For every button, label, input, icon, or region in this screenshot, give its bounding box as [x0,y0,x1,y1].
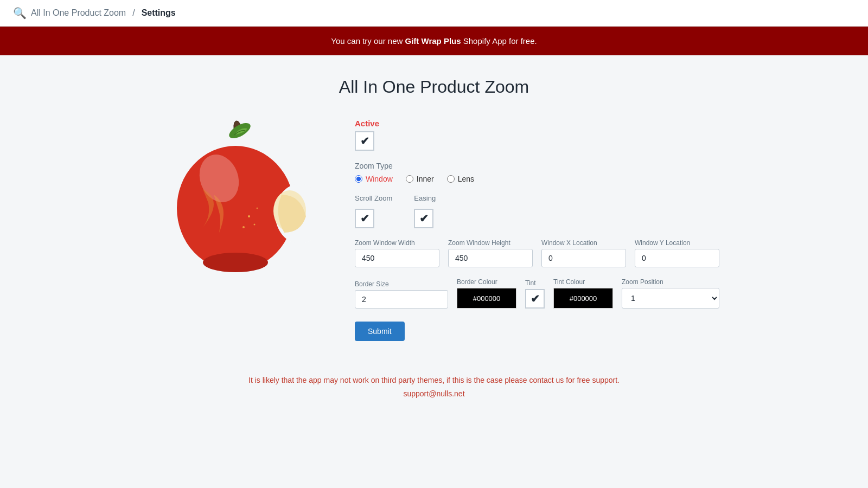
footer-notice-text: It is likely that the app may not work o… [149,374,719,387]
header: 🔍 All In One Product Zoom / Settings [0,0,868,27]
zoom-type-label: Zoom Type [355,162,719,170]
banner-bold: Gift Wrap Plus [405,36,461,46]
border-size-label: Border Size [355,280,448,288]
easing-checkbox[interactable]: ✔ [414,209,433,228]
product-image [149,119,322,281]
border-colour-picker[interactable]: #000000 [457,288,516,309]
zoom-type-section: Zoom Type Window Inner Lens [355,162,719,183]
zoom-type-inner-radio[interactable] [406,175,413,183]
banner-text: You can try our new Gift Wrap Plus Shopi… [331,36,537,46]
zoom-type-lens-label: Lens [458,175,474,183]
tint-colour-group: Tint Colour #000000 [553,278,613,309]
footer-email: support@nulls.net [149,387,719,401]
breadcrumb-separator: / [132,8,135,18]
border-colour-value: #000000 [473,294,501,303]
window-y-input[interactable] [635,249,719,267]
zoom-type-lens-radio[interactable] [447,175,455,183]
zoom-type-inner[interactable]: Inner [406,175,434,183]
scroll-zoom-checkbox[interactable]: ✔ [355,209,374,228]
form-area: Active ✔ Zoom Type Window Inner [149,119,719,341]
main-content: All In One Product Zoom [136,55,732,422]
tint-colour-value: #000000 [570,294,597,303]
active-checkbox[interactable]: ✔ [355,131,374,151]
tint-group: Tint ✔ [525,279,545,309]
easing-checkmark: ✔ [419,212,429,225]
header-page: Settings [142,8,176,18]
window-x-group: Window X Location [541,239,626,267]
scroll-zoom-checkmark: ✔ [360,212,369,225]
window-x-label: Window X Location [541,239,626,247]
zoom-position-label: Zoom Position [622,278,719,286]
border-size-input[interactable] [355,290,448,309]
zoom-position-select[interactable]: 1 2 3 4 [622,288,719,309]
zoom-window-height-input[interactable] [448,249,533,267]
active-section: Active ✔ [355,119,719,151]
bottom-settings-row: Border Size Border Colour #000000 Tint ✔ [355,278,719,309]
zoom-window-height-label: Zoom Window Height [448,239,533,247]
border-colour-group: Border Colour #000000 [457,278,516,309]
zoom-type-window[interactable]: Window [355,175,393,183]
zoom-type-inner-label: Inner [417,175,434,183]
footer-notice: It is likely that the app may not work o… [149,374,719,401]
submit-button[interactable]: Submit [355,322,405,341]
header-app-name: All In One Product Zoom [31,8,126,18]
tint-colour-picker[interactable]: #000000 [553,288,613,309]
zoom-type-radio-group: Window Inner Lens [355,175,719,183]
tint-label: Tint [525,279,545,287]
zoom-type-window-label: Window [366,175,393,183]
active-checkmark: ✔ [360,134,369,147]
apple-illustration [159,119,311,281]
zoom-window-width-group: Zoom Window Width [355,239,439,267]
zoom-position-group: Zoom Position 1 2 3 4 [622,278,719,309]
page-title: All In One Product Zoom [149,77,719,97]
zoom-dimensions-row: Zoom Window Width Zoom Window Height Win… [355,239,719,267]
svg-point-8 [257,208,258,209]
promo-banner: You can try our new Gift Wrap Plus Shopi… [0,27,868,55]
active-label: Active [355,119,719,128]
tint-checkmark: ✔ [531,292,540,305]
zoom-window-height-group: Zoom Window Height [448,239,533,267]
easing-label: Easing [414,194,436,202]
zoom-window-width-input[interactable] [355,249,439,267]
svg-point-7 [242,226,245,228]
settings-panel: Active ✔ Zoom Type Window Inner [355,119,719,341]
scroll-zoom-label: Scroll Zoom [355,194,392,202]
scroll-zoom-group: Scroll Zoom ✔ [355,194,392,228]
svg-point-5 [248,215,250,217]
border-size-group: Border Size [355,280,448,309]
tint-checkbox[interactable]: ✔ [525,289,545,309]
window-y-group: Window Y Location [635,239,719,267]
easing-group: Easing ✔ [414,194,436,228]
search-icon: 🔍 [13,7,27,20]
zoom-type-lens[interactable]: Lens [447,175,474,183]
zoom-type-window-radio[interactable] [355,175,362,183]
scroll-easing-row: Scroll Zoom ✔ Easing ✔ [355,194,719,228]
svg-point-6 [254,224,256,226]
zoom-window-width-label: Zoom Window Width [355,239,439,247]
svg-point-4 [203,253,268,272]
tint-colour-label: Tint Colour [553,278,613,286]
window-y-label: Window Y Location [635,239,719,247]
border-colour-label: Border Colour [457,278,516,286]
window-x-input[interactable] [541,249,626,267]
